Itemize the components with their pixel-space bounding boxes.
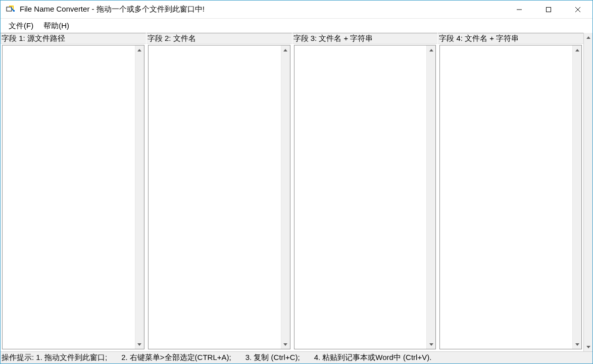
column-scrollbar-1[interactable] xyxy=(135,45,144,349)
column-body-1 xyxy=(2,45,144,349)
statusbar: 操作提示: 1. 拖动文件到此窗口; 2. 右键菜单>全部选定(CTRL+A);… xyxy=(1,351,592,363)
svg-rect-2 xyxy=(547,7,551,12)
titlebar[interactable]: File Name Converter - 拖动一个或多个文件到此窗口中! xyxy=(1,1,592,19)
scroll-up-icon[interactable] xyxy=(584,33,592,42)
minimize-button[interactable] xyxy=(505,1,534,18)
scroll-down-icon[interactable] xyxy=(427,340,435,349)
column-textarea-2[interactable] xyxy=(149,45,281,349)
status-hint-1: 操作提示: 1. 拖动文件到此窗口; xyxy=(2,353,107,362)
column-body-3 xyxy=(294,45,436,349)
column-textarea-3[interactable] xyxy=(294,45,427,349)
main-vertical-scrollbar[interactable] xyxy=(583,33,592,351)
status-hint-3: 3. 复制 (Ctrl+C); xyxy=(245,353,300,362)
column-header-2: 字段 2: 文件名 xyxy=(146,33,292,44)
column-4: 字段 4: 文件名 + 字符串 xyxy=(438,33,583,351)
menubar: 文件(F) 帮助(H) xyxy=(1,19,592,33)
svg-rect-0 xyxy=(7,7,12,11)
column-1: 字段 1: 源文件路径 xyxy=(1,33,146,351)
columns-area: 字段 1: 源文件路径 字段 2: 文件名 xyxy=(1,33,592,351)
scroll-up-icon[interactable] xyxy=(573,45,581,55)
column-header-3: 字段 3: 文件名 + 字符串 xyxy=(292,33,438,44)
scroll-up-icon[interactable] xyxy=(281,45,290,55)
scroll-down-icon[interactable] xyxy=(135,340,144,349)
column-header-4: 字段 4: 文件名 + 字符串 xyxy=(438,33,583,44)
scroll-up-icon[interactable] xyxy=(135,45,144,55)
column-scrollbar-2[interactable] xyxy=(281,45,290,349)
column-textarea-1[interactable] xyxy=(3,45,135,349)
column-scrollbar-4[interactable] xyxy=(572,45,581,349)
column-body-2 xyxy=(148,45,290,349)
column-2: 字段 2: 文件名 xyxy=(146,33,292,351)
scroll-down-icon[interactable] xyxy=(573,340,581,349)
status-hint-4: 4. 粘贴到记事本或Word中 (Ctrl+V). xyxy=(314,353,432,362)
scroll-down-icon[interactable] xyxy=(281,340,290,349)
maximize-button[interactable] xyxy=(534,1,563,18)
status-hint-2: 2. 右键菜单>全部选定(CTRL+A); xyxy=(121,353,231,362)
column-3: 字段 3: 文件名 + 字符串 xyxy=(292,33,438,351)
window-title: File Name Converter - 拖动一个或多个文件到此窗口中! xyxy=(20,5,505,14)
column-body-4 xyxy=(439,45,582,349)
menu-help[interactable]: 帮助(H) xyxy=(38,19,74,33)
column-header-1: 字段 1: 源文件路径 xyxy=(1,33,146,44)
scroll-up-icon[interactable] xyxy=(427,45,435,55)
app-window: File Name Converter - 拖动一个或多个文件到此窗口中! 文件… xyxy=(0,0,593,364)
column-textarea-4[interactable] xyxy=(440,45,572,349)
window-controls xyxy=(505,1,592,18)
menu-file[interactable]: 文件(F) xyxy=(4,19,38,33)
close-button[interactable] xyxy=(563,1,592,18)
column-scrollbar-3[interactable] xyxy=(426,45,435,349)
app-icon xyxy=(6,5,16,15)
scroll-down-icon[interactable] xyxy=(584,342,592,351)
columns-container: 字段 1: 源文件路径 字段 2: 文件名 xyxy=(1,33,583,351)
scroll-track[interactable] xyxy=(584,42,592,342)
